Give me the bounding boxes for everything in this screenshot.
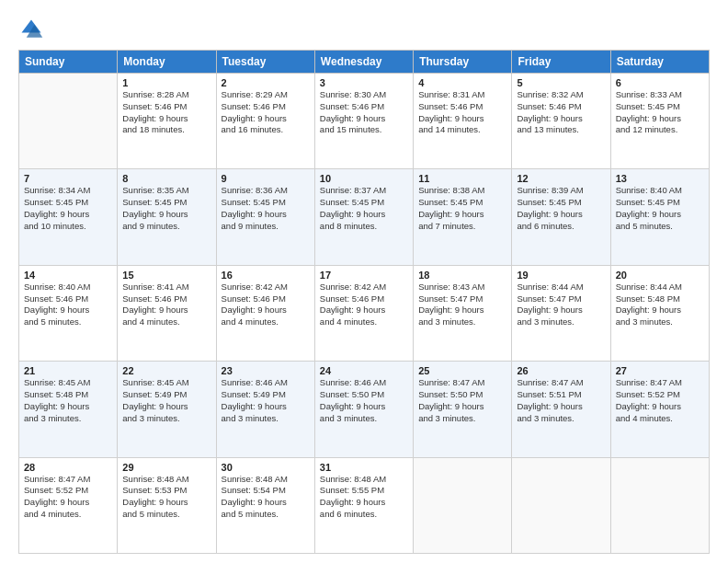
day-info: Sunrise: 8:31 AMSunset: 5:46 PMDaylight:… xyxy=(418,89,506,136)
day-number: 2 xyxy=(222,77,310,88)
week-row-4: 21Sunrise: 8:45 AMSunset: 5:48 PMDayligh… xyxy=(19,362,710,457)
calendar-cell: 18Sunrise: 8:43 AMSunset: 5:47 PMDayligh… xyxy=(414,265,512,361)
calendar-cell: 4Sunrise: 8:31 AMSunset: 5:46 PMDaylight… xyxy=(414,74,512,169)
calendar-cell: 31Sunrise: 8:48 AMSunset: 5:55 PMDayligh… xyxy=(314,457,413,553)
day-number: 4 xyxy=(418,77,506,88)
header xyxy=(18,17,710,42)
calendar-cell: 29Sunrise: 8:48 AMSunset: 5:53 PMDayligh… xyxy=(118,457,216,553)
calendar-cell: 3Sunrise: 8:30 AMSunset: 5:46 PMDaylight… xyxy=(314,74,413,169)
day-number: 30 xyxy=(222,462,310,473)
calendar-cell: 23Sunrise: 8:46 AMSunset: 5:49 PMDayligh… xyxy=(216,362,314,457)
day-number: 18 xyxy=(418,270,506,281)
day-info: Sunrise: 8:46 AMSunset: 5:50 PMDaylight:… xyxy=(320,377,408,424)
day-info: Sunrise: 8:40 AMSunset: 5:46 PMDaylight:… xyxy=(24,282,112,328)
day-number: 28 xyxy=(24,462,112,473)
week-row-3: 14Sunrise: 8:40 AMSunset: 5:46 PMDayligh… xyxy=(19,265,710,361)
calendar-cell: 9Sunrise: 8:36 AMSunset: 5:45 PMDaylight… xyxy=(216,169,314,265)
day-number: 20 xyxy=(616,270,704,281)
calendar-cell: 30Sunrise: 8:48 AMSunset: 5:54 PMDayligh… xyxy=(216,457,314,553)
calendar-cell: 6Sunrise: 8:33 AMSunset: 5:45 PMDaylight… xyxy=(610,74,709,169)
weekday-header-wednesday: Wednesday xyxy=(314,51,413,74)
calendar-cell xyxy=(19,74,118,169)
day-info: Sunrise: 8:42 AMSunset: 5:46 PMDaylight:… xyxy=(320,282,408,328)
day-number: 9 xyxy=(222,173,310,184)
calendar-cell: 27Sunrise: 8:47 AMSunset: 5:52 PMDayligh… xyxy=(610,362,709,457)
day-number: 19 xyxy=(517,270,605,281)
calendar-cell: 20Sunrise: 8:44 AMSunset: 5:48 PMDayligh… xyxy=(610,265,709,361)
day-number: 17 xyxy=(320,270,408,281)
calendar-cell: 15Sunrise: 8:41 AMSunset: 5:46 PMDayligh… xyxy=(118,265,216,361)
page: SundayMondayTuesdayWednesdayThursdayFrid… xyxy=(0,0,728,563)
calendar-cell: 26Sunrise: 8:47 AMSunset: 5:51 PMDayligh… xyxy=(512,362,610,457)
calendar-cell: 1Sunrise: 8:28 AMSunset: 5:46 PMDaylight… xyxy=(118,74,216,169)
day-number: 31 xyxy=(320,462,408,473)
day-info: Sunrise: 8:33 AMSunset: 5:45 PMDaylight:… xyxy=(616,89,704,136)
day-info: Sunrise: 8:46 AMSunset: 5:49 PMDaylight:… xyxy=(222,377,310,424)
week-row-1: 1Sunrise: 8:28 AMSunset: 5:46 PMDaylight… xyxy=(19,74,710,169)
day-number: 24 xyxy=(320,365,408,376)
day-number: 16 xyxy=(222,270,310,281)
weekday-header-friday: Friday xyxy=(512,51,610,74)
day-info: Sunrise: 8:48 AMSunset: 5:53 PMDaylight:… xyxy=(122,474,210,521)
day-info: Sunrise: 8:35 AMSunset: 5:45 PMDaylight:… xyxy=(122,185,210,232)
calendar-cell: 25Sunrise: 8:47 AMSunset: 5:50 PMDayligh… xyxy=(414,362,512,457)
day-number: 12 xyxy=(517,173,605,184)
day-info: Sunrise: 8:34 AMSunset: 5:45 PMDaylight:… xyxy=(24,185,112,232)
calendar-cell xyxy=(610,457,709,553)
week-row-2: 7Sunrise: 8:34 AMSunset: 5:45 PMDaylight… xyxy=(19,169,710,265)
day-number: 10 xyxy=(320,173,408,184)
day-info: Sunrise: 8:41 AMSunset: 5:46 PMDaylight:… xyxy=(122,282,210,328)
calendar-cell: 12Sunrise: 8:39 AMSunset: 5:45 PMDayligh… xyxy=(512,169,610,265)
day-info: Sunrise: 8:38 AMSunset: 5:45 PMDaylight:… xyxy=(418,185,506,232)
day-info: Sunrise: 8:43 AMSunset: 5:47 PMDaylight:… xyxy=(418,282,506,328)
day-number: 27 xyxy=(616,365,704,376)
calendar-cell: 14Sunrise: 8:40 AMSunset: 5:46 PMDayligh… xyxy=(19,265,118,361)
day-info: Sunrise: 8:32 AMSunset: 5:46 PMDaylight:… xyxy=(517,89,605,136)
day-info: Sunrise: 8:47 AMSunset: 5:51 PMDaylight:… xyxy=(517,377,605,424)
calendar-cell: 17Sunrise: 8:42 AMSunset: 5:46 PMDayligh… xyxy=(314,265,413,361)
logo xyxy=(18,17,48,42)
weekday-header-sunday: Sunday xyxy=(19,51,118,74)
day-number: 8 xyxy=(122,173,210,184)
calendar-cell: 24Sunrise: 8:46 AMSunset: 5:50 PMDayligh… xyxy=(314,362,413,457)
day-info: Sunrise: 8:37 AMSunset: 5:45 PMDaylight:… xyxy=(320,185,408,232)
day-info: Sunrise: 8:44 AMSunset: 5:47 PMDaylight:… xyxy=(517,282,605,328)
calendar-cell: 8Sunrise: 8:35 AMSunset: 5:45 PMDaylight… xyxy=(118,169,216,265)
calendar-table: SundayMondayTuesdayWednesdayThursdayFrid… xyxy=(18,50,710,554)
day-number: 21 xyxy=(24,365,112,376)
calendar-cell xyxy=(414,457,512,553)
day-number: 14 xyxy=(24,270,112,281)
day-info: Sunrise: 8:44 AMSunset: 5:48 PMDaylight:… xyxy=(616,282,704,328)
day-number: 25 xyxy=(418,365,506,376)
day-info: Sunrise: 8:45 AMSunset: 5:49 PMDaylight:… xyxy=(122,377,210,424)
calendar-cell: 21Sunrise: 8:45 AMSunset: 5:48 PMDayligh… xyxy=(19,362,118,457)
day-info: Sunrise: 8:48 AMSunset: 5:54 PMDaylight:… xyxy=(222,474,310,521)
calendar-cell: 7Sunrise: 8:34 AMSunset: 5:45 PMDaylight… xyxy=(19,169,118,265)
calendar-cell: 19Sunrise: 8:44 AMSunset: 5:47 PMDayligh… xyxy=(512,265,610,361)
day-number: 26 xyxy=(517,365,605,376)
calendar-cell: 22Sunrise: 8:45 AMSunset: 5:49 PMDayligh… xyxy=(118,362,216,457)
day-info: Sunrise: 8:47 AMSunset: 5:50 PMDaylight:… xyxy=(418,377,506,424)
calendar-cell: 16Sunrise: 8:42 AMSunset: 5:46 PMDayligh… xyxy=(216,265,314,361)
day-number: 1 xyxy=(122,77,210,88)
calendar-cell xyxy=(512,457,610,553)
day-number: 7 xyxy=(24,173,112,184)
calendar-cell: 5Sunrise: 8:32 AMSunset: 5:46 PMDaylight… xyxy=(512,74,610,169)
day-info: Sunrise: 8:42 AMSunset: 5:46 PMDaylight:… xyxy=(222,282,310,328)
calendar-cell: 28Sunrise: 8:47 AMSunset: 5:52 PMDayligh… xyxy=(19,457,118,553)
day-number: 6 xyxy=(616,77,704,88)
day-number: 15 xyxy=(122,270,210,281)
day-info: Sunrise: 8:40 AMSunset: 5:45 PMDaylight:… xyxy=(616,185,704,232)
day-info: Sunrise: 8:45 AMSunset: 5:48 PMDaylight:… xyxy=(24,377,112,424)
weekday-header-monday: Monday xyxy=(118,51,216,74)
day-info: Sunrise: 8:28 AMSunset: 5:46 PMDaylight:… xyxy=(122,89,210,136)
day-info: Sunrise: 8:47 AMSunset: 5:52 PMDaylight:… xyxy=(616,377,704,424)
weekday-header-thursday: Thursday xyxy=(414,51,512,74)
day-info: Sunrise: 8:29 AMSunset: 5:46 PMDaylight:… xyxy=(222,89,310,136)
weekday-header-row: SundayMondayTuesdayWednesdayThursdayFrid… xyxy=(19,51,710,74)
calendar-cell: 11Sunrise: 8:38 AMSunset: 5:45 PMDayligh… xyxy=(414,169,512,265)
day-number: 3 xyxy=(320,77,408,88)
day-number: 5 xyxy=(517,77,605,88)
day-number: 22 xyxy=(122,365,210,376)
weekday-header-tuesday: Tuesday xyxy=(216,51,314,74)
